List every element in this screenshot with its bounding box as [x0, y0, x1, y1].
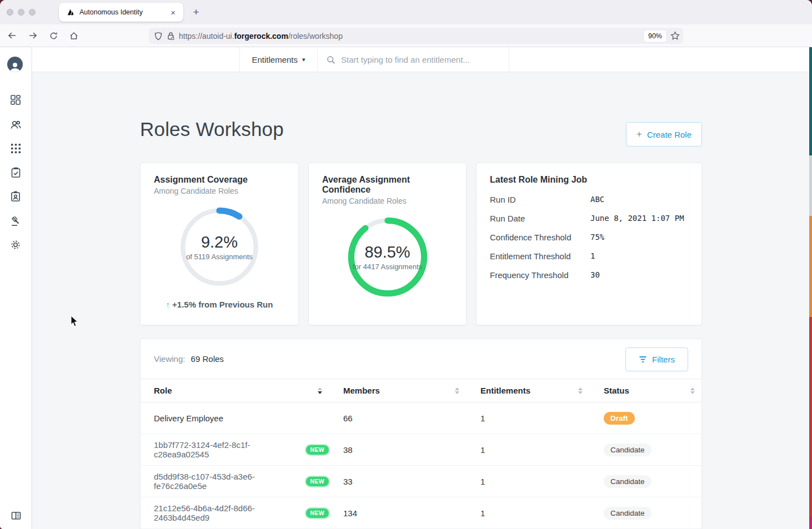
- url-path: /roles/workshop: [288, 32, 343, 41]
- card-title: Average Assignment Confidence: [309, 163, 466, 195]
- person-silhouette-icon: [9, 61, 21, 72]
- entitlements-count: 1: [467, 445, 590, 455]
- coverage-donut-chart: 9.2% of 5119 Assignments: [141, 205, 298, 289]
- roles-table: Role Members Entitlements: [141, 379, 701, 529]
- browser-toolbar: https://autoid-ui.forgerock.com/roles/wo…: [0, 24, 812, 47]
- sort-icon[interactable]: [455, 387, 459, 394]
- mining-row: Entitlement Threshold 1: [490, 251, 688, 261]
- entitlements-count: 1: [467, 477, 590, 486]
- table-row[interactable]: 1bb7f772-3124-4ef2-8c1f-c28ea9a02545NEW …: [141, 434, 701, 466]
- url-domain: forgerock.com: [234, 32, 288, 41]
- app-header: Entitlements ▾: [32, 47, 812, 72]
- user-avatar[interactable]: [7, 57, 23, 72]
- dashboard-icon: [10, 94, 21, 105]
- mining-value: June 8, 2021 1:07 PM: [590, 214, 684, 223]
- sidebar-item-identities[interactable]: [8, 189, 23, 204]
- create-role-button[interactable]: + Create Role: [626, 122, 702, 147]
- column-header-status[interactable]: Status: [590, 386, 703, 395]
- entitlement-search[interactable]: [318, 47, 509, 72]
- assignment-confidence-card: Average Assignment Confidence Among Cand…: [308, 163, 467, 325]
- sidebar-item-tasks[interactable]: [8, 165, 23, 180]
- sidebar-item-applications[interactable]: [8, 141, 23, 155]
- sidebar-collapse-toggle[interactable]: [9, 508, 23, 523]
- app-content: Entitlements ▾ Roles Workshop + Create R…: [0, 47, 812, 529]
- role-name[interactable]: d5dd9f38-c107-453d-a3e6-fe76c26a0e5e: [154, 472, 299, 491]
- roles-table-panel: Viewing: 69 Roles Filters: [140, 339, 702, 529]
- sort-icon[interactable]: [318, 387, 322, 394]
- table-header-row: Role Members Entitlements: [141, 379, 701, 402]
- search-icon: [327, 56, 335, 64]
- viewing-count: 69 Roles: [191, 354, 224, 364]
- viewing-label: Viewing:: [154, 354, 185, 364]
- role-name[interactable]: 21c12e56-4b6a-4d2f-8d66-2463b4d45ed9: [154, 503, 299, 522]
- forward-button[interactable]: [24, 28, 41, 43]
- tab-close-icon[interactable]: ×: [168, 8, 178, 17]
- up-arrow-icon: ↑: [166, 300, 171, 309]
- tracking-protection-shield-icon[interactable]: [154, 32, 162, 41]
- delta-text: +1.5% from Previous Run: [172, 300, 273, 309]
- lock-warning-icon[interactable]: [167, 32, 174, 40]
- column-header-role[interactable]: Role: [141, 386, 330, 395]
- table-row[interactable]: d5dd9f38-c107-453d-a3e6-fe76c26a0e5eNEW …: [141, 466, 701, 497]
- sidebar-item-users[interactable]: [8, 117, 23, 132]
- main-area: Roles Workshop + Create Role Assignment …: [32, 72, 812, 529]
- mining-label: Run Date: [490, 214, 590, 223]
- apps-grid-icon: [11, 143, 21, 154]
- sort-icon[interactable]: [578, 387, 583, 394]
- plus-icon: +: [636, 129, 642, 140]
- new-badge: NEW: [305, 507, 330, 519]
- sidebar-item-settings[interactable]: [8, 238, 23, 252]
- role-name[interactable]: 1bb7f772-3124-4ef2-8c1f-c28ea9a02545: [154, 440, 299, 459]
- search-scope-dropdown[interactable]: Entitlements ▾: [239, 47, 318, 72]
- search-input[interactable]: [341, 55, 497, 64]
- status-badge: Candidate: [604, 475, 651, 488]
- url-bar[interactable]: https://autoid-ui.forgerock.com/roles/wo…: [149, 28, 683, 44]
- window-close-button[interactable]: [7, 9, 13, 16]
- gear-icon: [10, 239, 21, 250]
- bookmark-star-icon[interactable]: [670, 31, 680, 41]
- reload-button[interactable]: [45, 28, 62, 43]
- browser-tab[interactable]: Autonomous Identity ×: [59, 3, 183, 22]
- home-button[interactable]: [66, 28, 82, 43]
- assignment-coverage-card: Assignment Coverage Among Candidate Role…: [140, 163, 299, 325]
- zoom-level-indicator[interactable]: 90%: [644, 31, 666, 42]
- url-text[interactable]: https://autoid-ui.forgerock.com/roles/wo…: [179, 32, 644, 41]
- table-row[interactable]: Delivery Employee 66 1 Draft: [141, 402, 701, 434]
- new-tab-button[interactable]: +: [190, 6, 202, 18]
- mining-value: ABC: [590, 195, 604, 204]
- mining-label: Run ID: [490, 195, 590, 204]
- browser-window: Autonomous Identity × +: [0, 0, 812, 529]
- mining-label: Confidence Threshold: [490, 233, 590, 242]
- coverage-delta: ↑+1.5% from Previous Run: [141, 300, 298, 309]
- status-badge: Candidate: [604, 507, 651, 520]
- mining-value: 1: [590, 251, 595, 261]
- filter-icon: [639, 356, 647, 363]
- entitlements-count: 1: [467, 414, 590, 423]
- back-button[interactable]: [4, 28, 21, 43]
- column-header-entitlements[interactable]: Entitlements: [467, 386, 590, 395]
- members-count: 66: [330, 414, 467, 423]
- mining-row: Confidence Threshold 75%: [490, 233, 688, 242]
- new-badge: NEW: [305, 476, 330, 487]
- column-header-members[interactable]: Members: [330, 386, 467, 395]
- viewing-summary: Viewing: 69 Roles: [154, 354, 224, 364]
- table-row[interactable]: 21c12e56-4b6a-4d2f-8d66-2463b4d45ed9NEW …: [141, 497, 701, 529]
- sort-icon[interactable]: [690, 387, 695, 394]
- role-name[interactable]: Delivery Employee: [154, 414, 223, 423]
- window-minimize-button[interactable]: [18, 9, 24, 16]
- coverage-value: 9.2%: [201, 233, 238, 251]
- members-count: 38: [330, 445, 467, 455]
- sidebar-item-rules[interactable]: [8, 214, 23, 228]
- sidebar-item-dashboard[interactable]: [8, 93, 23, 107]
- card-title: Latest Role Mining Job: [477, 163, 701, 185]
- id-badge-icon: [11, 191, 21, 202]
- window-maximize-button[interactable]: [29, 9, 36, 16]
- panel-toggle-icon: [11, 511, 21, 520]
- mining-row: Frequency Threshold 30: [490, 270, 688, 280]
- left-sidebar: [0, 47, 32, 529]
- card-subtitle: Among Candidate Roles: [309, 195, 466, 205]
- filters-button[interactable]: Filters: [625, 347, 688, 371]
- confidence-donut-chart: 89.5% for 4417 Assignments: [309, 215, 466, 299]
- background-window-edge: [809, 47, 812, 529]
- status-badge: Draft: [604, 412, 635, 425]
